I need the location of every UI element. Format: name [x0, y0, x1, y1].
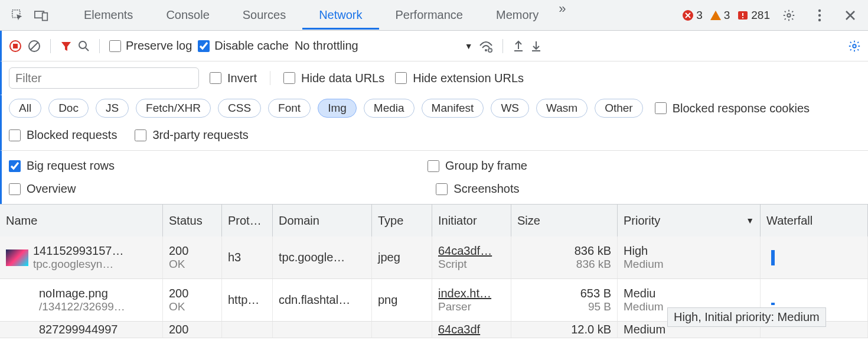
- device-toggle-icon[interactable]: [30, 4, 53, 27]
- filter-bar: Invert Hide data URLs Hide extension URL…: [0, 61, 868, 95]
- col-type[interactable]: Type: [372, 205, 432, 236]
- waterfall-bar: [771, 303, 775, 305]
- throttling-select[interactable]: No throttling ▼: [295, 39, 473, 53]
- settings-checkrow-1: Big request rows Group by frame: [0, 150, 868, 177]
- error-count-value: 3: [696, 9, 703, 22]
- priority-tooltip: High, Initial priority: Medium: [667, 307, 826, 327]
- blocked-requests-checkbox[interactable]: Blocked requests: [9, 128, 117, 142]
- svg-point-8: [818, 9, 821, 11]
- tab-network[interactable]: Network: [302, 1, 378, 29]
- pill-fetch-xhr[interactable]: Fetch/XHR: [136, 99, 211, 118]
- resource-type-filter: All Doc JS Fetch/XHR CSS Font Img Media …: [0, 95, 868, 124]
- filter-input[interactable]: [9, 67, 199, 89]
- col-size[interactable]: Size: [511, 205, 618, 236]
- col-priority[interactable]: Priority: [618, 205, 761, 236]
- initiator-link[interactable]: index.ht…: [438, 287, 505, 300]
- svg-rect-2: [43, 12, 48, 20]
- settings-gear-icon[interactable]: [777, 4, 801, 27]
- tab-console[interactable]: Console: [149, 1, 226, 29]
- download-har-icon[interactable]: [530, 40, 542, 53]
- svg-line-16: [86, 48, 89, 51]
- inspect-element-icon[interactable]: [6, 4, 30, 27]
- waterfall-bar: [771, 250, 775, 265]
- filter-icon[interactable]: [60, 40, 72, 52]
- devtools-tab-strip: Elements Console Sources Network Perform…: [0, 0, 868, 31]
- search-icon[interactable]: [78, 40, 90, 52]
- svg-point-21: [853, 44, 856, 48]
- pill-doc[interactable]: Doc: [48, 99, 89, 118]
- pill-ws[interactable]: WS: [491, 99, 529, 118]
- pill-all[interactable]: All: [9, 99, 41, 118]
- col-protocol[interactable]: Prot…: [222, 205, 273, 236]
- svg-point-9: [818, 14, 821, 16]
- pill-font[interactable]: Font: [268, 99, 311, 118]
- upload-har-icon[interactable]: [513, 40, 524, 53]
- pill-manifest[interactable]: Manifest: [422, 99, 484, 118]
- svg-point-17: [485, 49, 487, 51]
- clear-button-icon[interactable]: [28, 40, 41, 53]
- col-status[interactable]: Status: [163, 205, 222, 236]
- svg-point-18: [488, 48, 491, 51]
- svg-point-15: [79, 41, 86, 48]
- overview-checkbox[interactable]: Overview: [9, 182, 76, 196]
- chevron-down-icon: ▼: [465, 41, 473, 51]
- third-party-checkbox[interactable]: 3rd-party requests: [135, 128, 248, 142]
- svg-point-7: [787, 14, 791, 17]
- network-toolbar: Preserve log Disable cache No throttling…: [0, 31, 868, 61]
- svg-rect-12: [13, 44, 18, 48]
- svg-rect-6: [742, 17, 743, 18]
- screenshots-checkbox[interactable]: Screenshots: [436, 182, 519, 196]
- group-by-frame-checkbox[interactable]: Group by frame: [428, 159, 527, 173]
- col-domain[interactable]: Domain: [273, 205, 372, 236]
- error-count[interactable]: 3: [682, 9, 703, 22]
- settings-checkrow-2: Overview Screenshots: [0, 177, 868, 204]
- disable-cache-checkbox[interactable]: Disable cache: [198, 39, 289, 53]
- warning-count[interactable]: 3: [710, 9, 730, 22]
- tab-elements[interactable]: Elements: [67, 1, 149, 29]
- pill-img[interactable]: Img: [318, 99, 357, 118]
- panel-settings-gear-icon[interactable]: [848, 40, 861, 53]
- kebab-menu-icon[interactable]: [808, 4, 831, 27]
- invert-checkbox[interactable]: Invert: [210, 72, 257, 85]
- record-button-icon[interactable]: [9, 40, 22, 53]
- thumbnail-icon: [6, 249, 28, 266]
- hide-extension-urls-checkbox[interactable]: Hide extension URLs: [395, 72, 524, 85]
- panel-tabs: Elements Console Sources Network Perform…: [67, 1, 566, 29]
- table-header: Name Status Prot… Domain Type Initiator …: [0, 205, 868, 236]
- tab-memory[interactable]: Memory: [479, 1, 555, 29]
- preserve-log-checkbox[interactable]: Preserve log: [109, 39, 192, 53]
- pill-media[interactable]: Media: [364, 99, 415, 118]
- network-conditions-icon[interactable]: [479, 40, 493, 53]
- pill-js[interactable]: JS: [96, 99, 129, 118]
- initiator-link[interactable]: 64ca3df: [438, 323, 505, 336]
- col-waterfall[interactable]: Waterfall: [761, 205, 868, 236]
- table-row[interactable]: 141152993157…tpc.googlesyn… 200OK h3 tpc…: [0, 236, 868, 279]
- pill-other[interactable]: Other: [595, 99, 643, 118]
- hide-data-urls-checkbox[interactable]: Hide data URLs: [283, 72, 384, 85]
- svg-point-10: [818, 18, 821, 21]
- pill-css[interactable]: CSS: [218, 99, 261, 118]
- initiator-link[interactable]: 64ca3df…: [438, 244, 505, 258]
- blocked-cookies-checkbox[interactable]: Blocked response cookies: [655, 102, 810, 115]
- tab-sources[interactable]: Sources: [226, 1, 302, 29]
- col-name[interactable]: Name: [0, 205, 163, 236]
- col-initiator[interactable]: Initiator: [432, 205, 511, 236]
- svg-line-14: [31, 43, 38, 50]
- tab-performance[interactable]: Performance: [379, 1, 480, 29]
- issues-count-value: 281: [751, 9, 770, 22]
- warning-count-value: 3: [724, 9, 730, 22]
- big-request-rows-checkbox[interactable]: Big request rows: [9, 159, 115, 173]
- svg-rect-5: [742, 13, 743, 16]
- filter-checkrow: Blocked requests 3rd-party requests: [0, 124, 868, 150]
- more-tabs-icon[interactable]: »: [559, 1, 566, 29]
- pill-wasm[interactable]: Wasm: [536, 99, 588, 118]
- issues-count[interactable]: 281: [737, 9, 770, 22]
- close-icon[interactable]: [838, 4, 862, 27]
